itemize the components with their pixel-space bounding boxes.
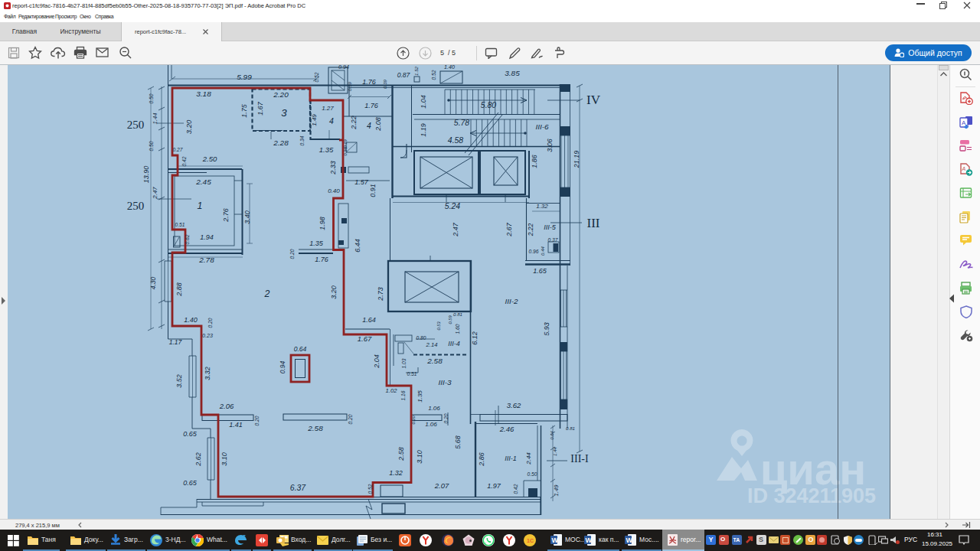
svg-text:0.37: 0.37 [548,237,558,243]
svg-text:4.30: 4.30 [149,276,157,289]
svg-text:0.94: 0.94 [338,65,349,70]
svg-text:250: 250 [127,200,145,212]
svg-text:0.52: 0.52 [368,484,373,494]
svg-text:1.02: 1.02 [386,387,398,394]
svg-text:0.62: 0.62 [185,234,190,244]
svg-text:0.39: 0.39 [382,79,387,89]
svg-text:1.16: 1.16 [400,390,406,400]
svg-text:3.40: 3.40 [243,210,251,224]
svg-text:1: 1 [198,201,203,211]
svg-text:0.53: 0.53 [436,321,441,331]
svg-text:0.51: 0.51 [407,371,417,377]
svg-text:ID 324211905: ID 324211905 [747,484,876,507]
svg-text:1.06: 1.06 [428,405,440,412]
svg-text:1.03: 1.03 [401,358,407,368]
svg-text:2.08: 2.08 [374,117,382,132]
svg-text:1.27: 1.27 [322,105,334,112]
svg-text:2.76: 2.76 [222,207,230,223]
svg-text:1.94: 1.94 [200,233,214,241]
svg-text:1.49: 1.49 [553,484,560,497]
svg-text:1.97: 1.97 [487,482,501,490]
svg-text:2.47: 2.47 [152,187,158,200]
svg-text:0.52: 0.52 [431,70,436,80]
svg-text:0.81: 0.81 [566,425,575,431]
svg-text:0.20: 0.20 [207,318,213,328]
svg-text:5.24: 5.24 [445,202,461,210]
svg-text:2.46: 2.46 [499,425,514,433]
svg-text:0.51: 0.51 [175,222,185,227]
svg-text:3.20: 3.20 [185,119,193,134]
svg-text:2.20: 2.20 [273,90,289,99]
svg-text:1С: 1С [527,538,534,543]
svg-text:2.86: 2.86 [478,452,485,467]
svg-text:W: W [552,536,559,544]
svg-text:4: 4 [329,117,334,126]
svg-text:2.44: 2.44 [525,452,532,465]
svg-text:1.06: 1.06 [425,421,437,428]
svg-text:2.28: 2.28 [273,139,289,147]
svg-text:0.39: 0.39 [347,81,352,91]
svg-text:1.75: 1.75 [240,103,248,118]
svg-text:2.07: 2.07 [434,481,449,490]
svg-text:III-1: III-1 [505,455,517,462]
svg-text:1.44: 1.44 [552,446,557,456]
svg-text:2.33: 2.33 [329,161,337,175]
svg-text:1.35: 1.35 [416,390,423,403]
svg-text:1.32: 1.32 [536,203,548,210]
svg-text:2.22: 2.22 [350,116,358,130]
svg-text:1.60: 1.60 [455,324,460,334]
svg-text:2.73: 2.73 [377,287,384,302]
svg-text:3: 3 [281,107,287,119]
svg-text:0.52: 0.52 [314,72,319,82]
svg-text:2.62: 2.62 [194,452,202,467]
svg-text:1.67: 1.67 [256,101,264,116]
svg-text:6.44: 6.44 [354,239,361,253]
svg-text:0.36: 0.36 [343,147,348,156]
svg-text:1.17: 1.17 [169,338,183,346]
svg-text:0.20: 0.20 [443,413,449,423]
svg-text:2.04: 2.04 [373,354,381,369]
svg-text:3.20: 3.20 [330,285,338,299]
svg-text:III-I: III-I [570,453,589,465]
svg-text:1.65: 1.65 [533,267,547,275]
svg-text:III-2: III-2 [505,297,518,305]
svg-text:1.35: 1.35 [309,240,324,247]
svg-text:2.47: 2.47 [452,222,459,237]
svg-text:0.20: 0.20 [289,249,295,259]
svg-text:0.91: 0.91 [369,184,377,197]
svg-text:0.23: 0.23 [202,333,213,339]
svg-text:5.80: 5.80 [481,101,497,109]
svg-text:0.42: 0.42 [181,156,187,166]
svg-text:1.76: 1.76 [364,102,379,109]
svg-text:III: III [587,216,600,230]
svg-text:3.18: 3.18 [196,90,211,98]
svg-text:2.50: 2.50 [202,155,217,163]
svg-text:0.81: 0.81 [453,311,462,317]
svg-text:5.93: 5.93 [543,322,550,336]
svg-text:0.64: 0.64 [294,345,307,353]
svg-text:1.52: 1.52 [413,66,419,76]
svg-text:2.58: 2.58 [397,447,405,461]
svg-text:1.64: 1.64 [362,316,376,324]
svg-text:0.65: 0.65 [183,479,198,487]
svg-text:250: 250 [127,119,145,131]
svg-text:3.06: 3.06 [546,138,554,152]
svg-text:0.50: 0.50 [149,141,154,151]
svg-text:21.19: 21.19 [573,151,580,169]
svg-text:3.10: 3.10 [416,450,423,464]
svg-text:W: W [586,536,593,544]
svg-text:4.58: 4.58 [448,136,464,145]
svg-text:1.67: 1.67 [358,334,372,343]
svg-text:0.27: 0.27 [173,147,183,152]
svg-text:0.80: 0.80 [416,335,426,341]
svg-text:3.32: 3.32 [204,367,211,380]
svg-text:1.57: 1.57 [354,178,369,186]
svg-text:0.96: 0.96 [529,249,539,254]
svg-text:0.94: 0.94 [279,360,286,373]
svg-text:0.87: 0.87 [397,71,411,79]
svg-text:2: 2 [264,289,270,299]
svg-text:1.41: 1.41 [229,421,243,429]
svg-text:2.06: 2.06 [219,402,234,410]
svg-text:III-6: III-6 [535,122,549,131]
svg-text:5.68: 5.68 [454,435,462,449]
